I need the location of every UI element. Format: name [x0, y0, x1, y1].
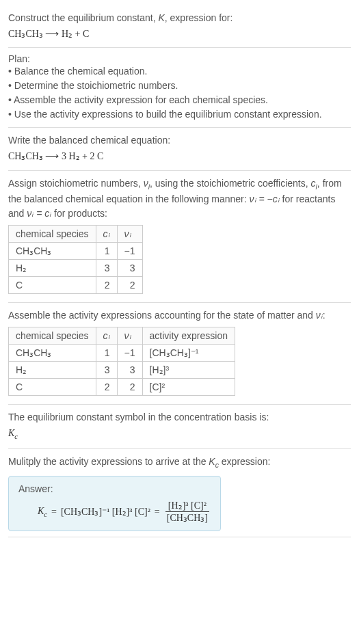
final-text2: expression:	[219, 456, 270, 467]
cell-v: 2	[117, 379, 142, 396]
cell-species: H₂	[9, 260, 96, 277]
cell-v: 3	[117, 362, 142, 379]
activity-text1: Assemble the activity expressions accoun…	[8, 310, 316, 321]
cell-c: 3	[96, 362, 117, 379]
cell-c: 3	[96, 260, 117, 277]
intro-text1: Construct the equilibrium constant,	[8, 12, 158, 23]
final-section: Mulitply the activity expressions to arr…	[8, 449, 351, 538]
rel2: νᵢ = cᵢ	[27, 208, 51, 219]
c-symbol: ci	[311, 178, 317, 189]
th-activity: activity expression	[142, 327, 235, 345]
th-ci: cᵢ	[96, 226, 117, 243]
symbol-heading: The equilibrium constant symbol in the c…	[8, 410, 351, 425]
cell-species: C	[9, 277, 96, 294]
cell-species: CH₃CH₃	[9, 243, 96, 260]
cell-c: 1	[96, 345, 117, 362]
plan-item-4: • Use the activity expressions to build …	[8, 107, 351, 122]
cell-v: 3	[117, 260, 142, 277]
equals-1: =	[51, 507, 57, 518]
nu-symbol: νi	[144, 178, 150, 189]
intro-section: Construct the equilibrium constant, K, e…	[8, 5, 351, 48]
nu-i: νᵢ	[316, 310, 323, 321]
frac-numerator: [H₂]³ [C]²	[165, 500, 209, 512]
table-row: CH₃CH₃ 1 −1 [CH₃CH₃]⁻¹	[9, 345, 235, 362]
cell-species: C	[9, 379, 96, 396]
plan-item-3: • Assemble the activity expression for e…	[8, 93, 351, 107]
kc-symbol: Kc	[8, 426, 351, 443]
final-text1: Mulitply the activity expressions to arr…	[8, 456, 209, 467]
table-header-row: chemical species cᵢ νᵢ	[9, 226, 143, 243]
cell-c: 1	[96, 243, 117, 260]
table-row: C 2 2	[9, 277, 143, 294]
cell-c: 2	[96, 277, 117, 294]
stoich-table: chemical species cᵢ νᵢ CH₃CH₃ 1 −1 H₂ 3 …	[8, 225, 143, 294]
answer-label: Answer:	[18, 483, 211, 494]
activity-section: Assemble the activity expressions accoun…	[8, 303, 351, 405]
plan-item-2: • Determine the stoichiometric numbers.	[8, 79, 351, 93]
stoich-text2: , using the stoichiometric coefficients,	[150, 178, 311, 189]
table-header-row: chemical species cᵢ νᵢ activity expressi…	[9, 327, 235, 345]
th-ci: cᵢ	[96, 327, 117, 345]
cell-species: H₂	[9, 362, 96, 379]
cell-activity: [CH₃CH₃]⁻¹	[142, 345, 235, 362]
intro-text1b: , expression for:	[165, 12, 233, 23]
intro-equation: CH₃CH₃ ⟶ H₂ + C	[8, 27, 351, 42]
equals-2: =	[155, 507, 160, 518]
table-row: H₂ 3 3	[9, 260, 143, 277]
stoich-section: Assign stoichiometric numbers, νi, using…	[8, 171, 351, 304]
answer-box: Answer: Kc = [CH₃CH₃]⁻¹ [H₂]³ [C]² = [H₂…	[8, 476, 221, 531]
th-vi: νᵢ	[117, 226, 142, 243]
final-heading: Mulitply the activity expressions to arr…	[8, 455, 351, 471]
cell-v: −1	[117, 243, 142, 260]
balanced-heading: Write the balanced chemical equation:	[8, 133, 351, 148]
table-row: H₂ 3 3 [H₂]³	[9, 362, 235, 379]
term1: [CH₃CH₃]⁻¹ [H₂]³ [C]²	[61, 506, 150, 518]
intro-heading: Construct the equilibrium constant, K, e…	[8, 11, 351, 25]
th-species: chemical species	[9, 327, 96, 345]
stoich-text1: Assign stoichiometric numbers,	[8, 178, 144, 189]
frac-denominator: [CH₃CH₃]	[164, 512, 211, 524]
answer-formula: Kc = [CH₃CH₃]⁻¹ [H₂]³ [C]² = [H₂]³ [C]² …	[18, 500, 211, 524]
cell-v: 2	[117, 277, 142, 294]
cell-activity: [H₂]³	[142, 362, 235, 379]
activity-heading: Assemble the activity expressions accoun…	[8, 308, 351, 323]
kc-inline: Kc	[209, 456, 219, 467]
symbol-section: The equilibrium constant symbol in the c…	[8, 405, 351, 449]
stoich-heading: Assign stoichiometric numbers, νi, using…	[8, 176, 351, 222]
activity-table: chemical species cᵢ νᵢ activity expressi…	[8, 327, 235, 396]
table-row: CH₃CH₃ 1 −1	[9, 243, 143, 260]
cell-c: 2	[96, 379, 117, 396]
balanced-section: Write the balanced chemical equation: CH…	[8, 128, 351, 170]
kc-lhs: Kc	[38, 506, 47, 518]
fraction: [H₂]³ [C]² [CH₃CH₃]	[164, 500, 211, 524]
th-species: chemical species	[9, 226, 96, 243]
rel1: νᵢ = −cᵢ	[250, 193, 280, 204]
plan-title: Plan:	[8, 53, 351, 64]
table-row: C 2 2 [C]²	[9, 379, 235, 396]
cell-activity: [C]²	[142, 379, 235, 396]
cell-species: CH₃CH₃	[9, 345, 96, 362]
th-vi: νᵢ	[117, 327, 142, 345]
cell-v: −1	[117, 345, 142, 362]
stoich-text5: for products:	[51, 208, 107, 219]
plan-item-1: • Balance the chemical equation.	[8, 64, 351, 79]
plan-section: Plan: • Balance the chemical equation. •…	[8, 48, 351, 128]
activity-text2: :	[323, 310, 325, 321]
balanced-equation: CH₃CH₃ ⟶ 3 H₂ + 2 C	[8, 149, 351, 164]
k-symbol: K	[158, 12, 164, 23]
